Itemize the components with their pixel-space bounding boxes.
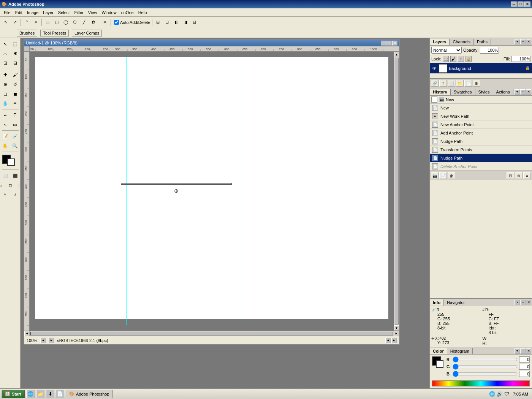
- color-panel-menu[interactable]: ▾: [515, 348, 520, 354]
- history-item-newworkpath[interactable]: ✒ New Work Path: [430, 112, 532, 120]
- history-item-new[interactable]: 📄 New: [430, 104, 532, 112]
- background-color[interactable]: [7, 158, 15, 166]
- auto-add-delete-checkbox[interactable]: [114, 20, 119, 25]
- slice-tool[interactable]: ⊟: [11, 59, 20, 68]
- tab-actions[interactable]: Actions: [493, 89, 513, 95]
- fill-input[interactable]: [511, 56, 530, 62]
- tab-history[interactable]: History: [430, 89, 451, 95]
- move-tool[interactable]: ↖: [1, 40, 10, 49]
- tab-layers[interactable]: Layers: [430, 39, 450, 45]
- gradient-tool[interactable]: ◼: [11, 89, 20, 98]
- tab-styles[interactable]: Styles: [475, 89, 493, 95]
- tool-btn-2[interactable]: ⊡: [163, 18, 171, 27]
- scroll-track-h[interactable]: [30, 332, 393, 336]
- status-arrow-right[interactable]: ►: [49, 338, 54, 343]
- doc-close[interactable]: ✕: [392, 41, 397, 46]
- tab-swatches[interactable]: Swatches: [451, 89, 475, 95]
- brushes-button[interactable]: Brushes: [17, 30, 37, 36]
- history-panel-menu[interactable]: ▾: [515, 89, 520, 95]
- layer-comps-button[interactable]: Layer Comps: [72, 30, 102, 36]
- marquee-tool[interactable]: ⬚: [11, 40, 20, 49]
- menu-view[interactable]: View: [86, 10, 100, 16]
- full-screen[interactable]: ⬜: [16, 180, 21, 190]
- doc-scroll-left[interactable]: ◄: [385, 338, 391, 343]
- history-extra-btn2[interactable]: ⊕: [515, 172, 522, 179]
- maximize-button[interactable]: □: [518, 2, 524, 7]
- history-item-nudgepath1[interactable]: 📄 Nudge Path: [430, 137, 532, 146]
- brush-tool[interactable]: 🖌: [11, 70, 20, 79]
- healing-brush-tool[interactable]: ✚: [1, 70, 10, 79]
- canvas[interactable]: ⊕ ▲ ▼: [30, 52, 399, 331]
- quick-select-tool[interactable]: ✱: [11, 49, 20, 58]
- line-tool[interactable]: ╱: [80, 18, 88, 27]
- path-selection-box[interactable]: ↖: [1, 120, 10, 129]
- tab-histogram[interactable]: Histogram: [447, 348, 473, 354]
- tab-channels[interactable]: Channels: [450, 39, 473, 45]
- history-panel-close[interactable]: ✕: [526, 89, 531, 95]
- history-item-newanchor[interactable]: 📄 New Anchor Point: [430, 120, 532, 129]
- opacity-input[interactable]: [480, 47, 499, 54]
- history-item-addanchor[interactable]: 📄 Add Anchor Point: [430, 129, 532, 137]
- layers-panel-menu[interactable]: ▾: [515, 39, 520, 44]
- doc-scroll-right[interactable]: ►: [391, 338, 397, 343]
- add-style-btn[interactable]: f: [439, 80, 447, 87]
- ellipse-tool[interactable]: ◯: [62, 18, 70, 27]
- color-g-input[interactable]: [519, 364, 530, 370]
- layers-panel-minimize[interactable]: ─: [520, 39, 526, 44]
- pen-tool-box[interactable]: ✒: [1, 111, 10, 120]
- new-group-btn[interactable]: 📁: [456, 80, 464, 87]
- info-panel-minimize[interactable]: ─: [520, 300, 526, 305]
- scrollbar-vertical[interactable]: ▲ ▼: [394, 52, 399, 331]
- dodge-tool[interactable]: ☀: [11, 99, 20, 108]
- layers-panel-close[interactable]: ✕: [526, 39, 531, 44]
- convert-point-tool[interactable]: ⌃: [22, 18, 31, 27]
- custom-shape-tool[interactable]: ✿: [89, 18, 97, 27]
- delete-layer-btn[interactable]: 🗑: [473, 80, 480, 87]
- add-mask-btn[interactable]: ⬜: [448, 80, 455, 87]
- history-item-deleteanchor[interactable]: 📄 Delete Anchor Point: [430, 162, 532, 171]
- scrollbar-horizontal[interactable]: ◄ ►: [24, 331, 399, 336]
- color-b-input[interactable]: [519, 371, 530, 377]
- scroll-down-btn[interactable]: ▼: [394, 325, 399, 331]
- pen-tool[interactable]: ✒: [101, 18, 109, 27]
- menu-filter[interactable]: Filter: [72, 10, 86, 16]
- direct-selection-tool[interactable]: ↗: [11, 18, 19, 27]
- color-panel-minimize[interactable]: ─: [520, 348, 526, 354]
- history-item-nudgepath2[interactable]: 📄 Nudge Path: [430, 154, 532, 162]
- menu-image[interactable]: Image: [25, 10, 41, 16]
- blend-mode-select[interactable]: Normal: [431, 47, 462, 54]
- path-selection-tool[interactable]: ↖: [2, 18, 10, 27]
- eraser-tool[interactable]: ◻: [1, 89, 10, 98]
- minimize-button[interactable]: ─: [511, 2, 517, 7]
- color-panel-close[interactable]: ✕: [526, 348, 531, 354]
- full-screen-menu[interactable]: ◻: [6, 180, 15, 190]
- create-snapshot-btn[interactable]: 📷: [431, 172, 439, 179]
- scroll-track-v[interactable]: [395, 58, 399, 325]
- menu-onone[interactable]: onOne: [119, 10, 136, 16]
- taskbar-icon-2[interactable]: 📁: [36, 390, 44, 398]
- color-r-slider[interactable]: [453, 358, 518, 361]
- tab-paths[interactable]: Paths: [474, 39, 491, 45]
- color-g-slider[interactable]: [453, 365, 518, 369]
- polygon-tool[interactable]: ⬡: [71, 18, 79, 27]
- jump-to-imageready[interactable]: ⤷: [1, 190, 10, 199]
- color-b-slider[interactable]: [453, 372, 518, 376]
- tab-navigator[interactable]: Navigator: [444, 299, 468, 306]
- scroll-left-btn[interactable]: ◄: [24, 331, 30, 336]
- lock-transparency-btn[interactable]: ⬚: [443, 56, 449, 62]
- menu-file[interactable]: File: [2, 10, 13, 16]
- history-extra-btn3[interactable]: ≡: [523, 172, 531, 179]
- tool-btn-3[interactable]: ◧: [172, 18, 180, 27]
- tool-btn-5[interactable]: ⊟: [190, 18, 199, 27]
- tool-btn-1[interactable]: ⊞: [154, 18, 162, 27]
- link-layers-btn[interactable]: 🔗: [431, 80, 439, 87]
- new-layer-btn[interactable]: 📄: [464, 80, 472, 87]
- tool-presets-button[interactable]: Tool Presets: [40, 30, 69, 36]
- scroll-right-btn[interactable]: ►: [394, 331, 399, 336]
- layer-background[interactable]: 👁 Background 🔒: [430, 63, 532, 74]
- stamp-tool[interactable]: ⊕: [1, 80, 10, 89]
- doc-minimize[interactable]: ─: [381, 41, 386, 46]
- zoom-tool[interactable]: 🔍: [11, 141, 20, 150]
- color-spectrum-bar[interactable]: [432, 380, 530, 386]
- create-new-doc-btn[interactable]: 📄: [439, 172, 447, 179]
